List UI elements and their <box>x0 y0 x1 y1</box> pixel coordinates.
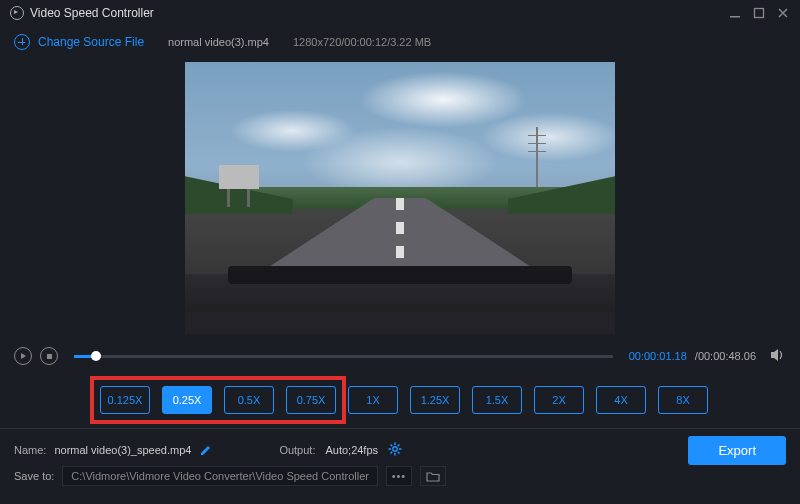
close-button[interactable] <box>776 6 790 20</box>
saveto-label: Save to: <box>14 470 54 482</box>
source-toolbar: Change Source File normal video(3).mp4 1… <box>0 26 800 58</box>
saveto-path-field[interactable]: C:\Vidmore\Vidmore Video Converter\Video… <box>62 466 378 486</box>
speed-button-0-5x[interactable]: 0.5X <box>224 386 274 414</box>
name-label: Name: <box>14 444 46 456</box>
minimize-button[interactable] <box>728 6 742 20</box>
speed-button-2x[interactable]: 2X <box>534 386 584 414</box>
window-title: Video Speed Controller <box>30 6 154 20</box>
titlebar: Video Speed Controller <box>0 0 800 26</box>
svg-line-8 <box>398 451 400 453</box>
speed-button-1x[interactable]: 1X <box>348 386 398 414</box>
output-panel: Name: normal video(3)_speed.mp4 Output: … <box>0 429 800 489</box>
stop-icon <box>47 354 52 359</box>
speed-options-row: 0.125X0.25X0.5X0.75X1X1.25X1.5X2X4X8X <box>0 372 800 428</box>
maximize-button[interactable] <box>752 6 766 20</box>
output-label: Output: <box>279 444 315 456</box>
speed-button-4x[interactable]: 4X <box>596 386 646 414</box>
svg-line-7 <box>391 444 393 446</box>
speed-button-0-75x[interactable]: 0.75X <box>286 386 336 414</box>
svg-point-2 <box>393 446 397 450</box>
current-time: 00:00:01.18 <box>629 350 687 362</box>
saveto-browse-button[interactable]: ••• <box>386 466 412 486</box>
source-metadata: 1280x720/00:00:12/3.22 MB <box>293 36 431 48</box>
speed-button-0-125x[interactable]: 0.125X <box>100 386 150 414</box>
speed-button-1-5x[interactable]: 1.5X <box>472 386 522 414</box>
svg-line-10 <box>391 451 393 453</box>
saveto-path-value: C:\Vidmore\Vidmore Video Converter\Video… <box>71 470 369 482</box>
plus-icon <box>14 34 30 50</box>
play-icon <box>21 353 26 359</box>
svg-rect-1 <box>755 9 764 18</box>
output-name-value: normal video(3)_speed.mp4 <box>54 444 191 456</box>
export-label: Export <box>718 443 756 458</box>
speed-button-0-25x[interactable]: 0.25X <box>162 386 212 414</box>
play-button[interactable] <box>14 347 32 365</box>
app-logo-icon <box>10 6 24 20</box>
edit-name-button[interactable] <box>199 443 211 458</box>
stop-button[interactable] <box>40 347 58 365</box>
speed-button-1-25x[interactable]: 1.25X <box>410 386 460 414</box>
export-button[interactable]: Export <box>688 436 786 465</box>
change-source-button[interactable]: Change Source File <box>14 34 144 50</box>
output-settings-button[interactable] <box>388 442 402 459</box>
total-time: /00:00:48.06 <box>695 350 756 362</box>
video-preview-area <box>0 58 800 340</box>
open-folder-button[interactable] <box>420 466 446 486</box>
progress-thumb[interactable] <box>91 351 101 361</box>
svg-rect-0 <box>730 16 740 18</box>
video-preview[interactable] <box>185 62 615 334</box>
change-source-label: Change Source File <box>38 35 144 49</box>
source-filename: normal video(3).mp4 <box>168 36 269 48</box>
output-format-value: Auto;24fps <box>325 444 378 456</box>
playback-controls: 00:00:01.18 /00:00:48.06 <box>0 340 800 372</box>
progress-bar[interactable] <box>74 355 613 358</box>
speed-button-8x[interactable]: 8X <box>658 386 708 414</box>
volume-icon[interactable] <box>770 348 786 365</box>
svg-line-9 <box>398 444 400 446</box>
